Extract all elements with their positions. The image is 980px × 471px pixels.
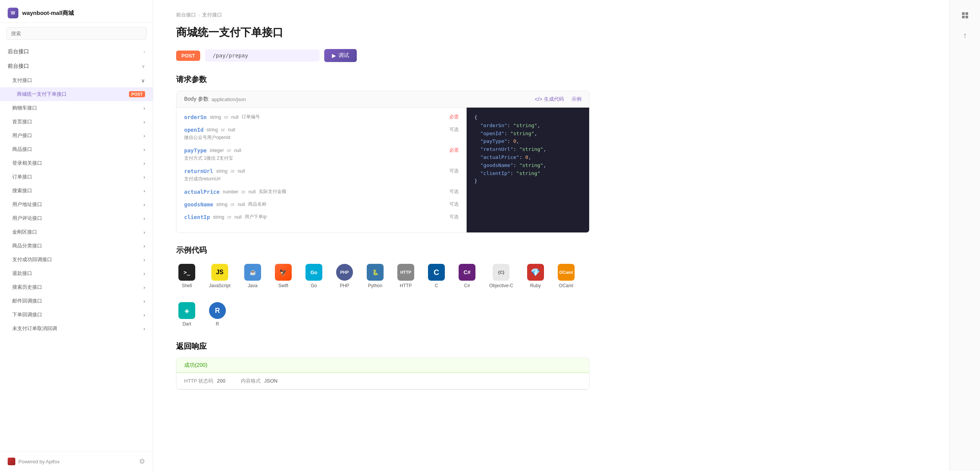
shell-icon: >_ bbox=[178, 264, 195, 281]
sidebar-item-order[interactable]: 订单接口 › bbox=[0, 170, 153, 184]
svg-rect-2 bbox=[962, 16, 965, 18]
param-row-actualPrice: actualPrice number or null 实际支付金额 可选 bbox=[184, 188, 459, 195]
code-icon-csharp[interactable]: C# C# bbox=[456, 262, 478, 291]
sidebar-item-payment[interactable]: 支付接口 ∨ bbox=[0, 74, 153, 87]
json-example: { "orderSn": "string", "openId": "string… bbox=[474, 114, 581, 185]
r-icon: R bbox=[209, 302, 226, 319]
sidebar-item-goods[interactable]: 商品接口 › bbox=[0, 142, 153, 156]
response-status: HTTP 状态码 200 bbox=[184, 378, 225, 384]
response-status-value: 200 bbox=[217, 378, 225, 384]
sidebar-item-frontend[interactable]: 前台接口 ∨ bbox=[0, 59, 153, 74]
param-name-goodsName: goodsName bbox=[184, 201, 213, 208]
code-icon-http[interactable]: HTTP HTTP bbox=[395, 262, 416, 291]
code-icon-dart[interactable]: ◈ Dart bbox=[176, 300, 198, 329]
param-row-returnUrl: returnUrl string or null 可选 支付成功returnUr… bbox=[184, 168, 459, 182]
code-icon-ruby[interactable]: 💎 Ruby bbox=[525, 262, 546, 291]
powered-by-label: Powered by Apifox bbox=[18, 459, 60, 464]
ocaml-label: OCaml bbox=[559, 283, 573, 288]
sidebar-item-frontend-label: 前台接口 bbox=[8, 63, 29, 70]
sidebar-item-user[interactable]: 用户接口 › bbox=[0, 129, 153, 142]
scroll-top-icon[interactable]: ↑ bbox=[957, 28, 973, 43]
breadcrumb-sep: › bbox=[198, 12, 200, 18]
chevron-right-icon-17: › bbox=[144, 298, 145, 304]
code-icon-r[interactable]: R R bbox=[207, 300, 228, 329]
request-params-title: 请求参数 bbox=[176, 74, 590, 85]
settings-icon[interactable]: ⚙ bbox=[139, 457, 145, 466]
content-type-badge: application/json bbox=[212, 96, 246, 102]
debug-button[interactable]: ▶ 调试 bbox=[324, 49, 357, 62]
java-icon: ☕ bbox=[244, 264, 261, 281]
chevron-right-icon-9: › bbox=[144, 188, 145, 194]
sidebar-item-email-callback[interactable]: 邮件回调接口 › bbox=[0, 294, 153, 308]
code-icon-c[interactable]: C C bbox=[426, 262, 447, 291]
param-row-openId: openId string or null 可选 微信公众号用户openId bbox=[184, 126, 459, 141]
param-row-goodsName: goodsName string or null 商品名称 可选 bbox=[184, 201, 459, 208]
sidebar-item-cancel-callback[interactable]: 未支付订单取消回调 › bbox=[0, 322, 153, 335]
param-name-returnUrl: returnUrl bbox=[184, 168, 213, 174]
sidebar-item-comment[interactable]: 用户评论接口 › bbox=[0, 211, 153, 225]
sidebar-item-category[interactable]: 商品分类接口 › bbox=[0, 239, 153, 253]
generate-code-link[interactable]: </> 生成代码 bbox=[535, 96, 564, 103]
sidebar-item-pay-callback[interactable]: 支付成功回调接口 › bbox=[0, 253, 153, 267]
code-icon-go[interactable]: Go Go bbox=[303, 262, 325, 291]
js-label: JavaScript bbox=[209, 283, 230, 288]
sidebar-item-home[interactable]: 首页接口 › bbox=[0, 115, 153, 129]
sidebar-item-backend[interactable]: 后台接口 › bbox=[0, 44, 153, 59]
chevron-right-icon-6: › bbox=[144, 147, 145, 152]
method-badge: POST bbox=[176, 51, 200, 61]
http-label: HTTP bbox=[400, 283, 412, 288]
code-icon-objc[interactable]: {C} Objective-C bbox=[487, 262, 516, 291]
sidebar-item-login[interactable]: 登录相关接口 › bbox=[0, 156, 153, 170]
search-input[interactable] bbox=[6, 27, 147, 40]
params-header: Body 参数 application/json </> 生成代码 示例 bbox=[176, 91, 589, 108]
csharp-icon: C# bbox=[459, 264, 475, 281]
sidebar-item-cart[interactable]: 购物车接口 › bbox=[0, 101, 153, 115]
code-icon-php[interactable]: PHP PHP bbox=[334, 262, 355, 291]
response-content-type-value: JSON bbox=[264, 378, 278, 384]
sidebar-leaf-label: 商城统一支付下单接口 bbox=[17, 91, 67, 98]
code-icon-javascript[interactable]: JS JavaScript bbox=[207, 262, 233, 291]
sidebar-item-search-history[interactable]: 搜索历史接口 › bbox=[0, 280, 153, 294]
param-row-payType: payType integer or null 必需 支付方式 1微信 2支付宝 bbox=[184, 147, 459, 162]
go-label: Go bbox=[311, 283, 317, 288]
svg-rect-1 bbox=[965, 12, 968, 15]
c-label: C bbox=[435, 283, 438, 288]
sidebar-item-search[interactable]: 搜索接口 › bbox=[0, 184, 153, 198]
code-icon-ocaml[interactable]: OCaml OCaml bbox=[555, 262, 577, 291]
c-icon: C bbox=[428, 264, 445, 281]
sidebar-item-order-callback[interactable]: 下单回调接口 › bbox=[0, 308, 153, 322]
sidebar-item-refund[interactable]: 退款接口 › bbox=[0, 267, 153, 280]
ruby-label: Ruby bbox=[530, 283, 541, 288]
sidebar: W waynboot-mall商城 后台接口 › 前台接口 ∨ 支付接口 ∨ 商… bbox=[0, 0, 153, 471]
example-link[interactable]: 示例 bbox=[572, 96, 581, 103]
chevron-right-icon-7: › bbox=[144, 160, 145, 166]
response-success-header: 成功(200) bbox=[176, 358, 589, 373]
http-icon: HTTP bbox=[397, 264, 414, 281]
code-icon-shell[interactable]: >_ Shell bbox=[176, 262, 198, 291]
sidebar-item-jg[interactable]: 金刚区接口 › bbox=[0, 225, 153, 239]
ruby-icon: 💎 bbox=[527, 264, 544, 281]
page-title: 商城统一支付下单接口 bbox=[176, 25, 590, 40]
python-label: Python bbox=[368, 283, 382, 288]
sidebar-item-address[interactable]: 用户地址接口 › bbox=[0, 198, 153, 211]
sidebar-item-backend-label: 后台接口 bbox=[8, 48, 29, 55]
breadcrumb-frontend[interactable]: 前台接口 bbox=[176, 11, 196, 18]
main-content: 前台接口 › 支付接口 商城统一支付下单接口 POST /pay/prepay … bbox=[153, 0, 949, 471]
python-icon: 🐍 bbox=[367, 264, 384, 281]
debug-label: 调试 bbox=[338, 52, 349, 59]
objc-icon: {C} bbox=[493, 264, 510, 281]
chevron-right-icon-13: › bbox=[144, 243, 145, 249]
chevron-right-icon-18: › bbox=[144, 312, 145, 318]
sidebar-item-unified-payment[interactable]: 商城统一支付下单接口 POST bbox=[0, 87, 153, 101]
r-label: R bbox=[216, 321, 219, 327]
param-name-actualPrice: actualPrice bbox=[184, 189, 220, 195]
code-icon-python[interactable]: 🐍 Python bbox=[364, 262, 386, 291]
code-icon-swift[interactable]: 🦅 Swift bbox=[273, 262, 294, 291]
code-icon-java[interactable]: ☕ Java bbox=[242, 262, 263, 291]
dart-label: Dart bbox=[183, 321, 191, 327]
chevron-right-icon: › bbox=[144, 49, 145, 54]
powered-by: Powered by Apifox bbox=[8, 458, 60, 465]
code-icons-list: >_ Shell JS JavaScript ☕ Java 🦅 Swift bbox=[176, 262, 590, 329]
grid-icon[interactable] bbox=[957, 8, 973, 23]
dart-icon: ◈ bbox=[178, 302, 195, 319]
